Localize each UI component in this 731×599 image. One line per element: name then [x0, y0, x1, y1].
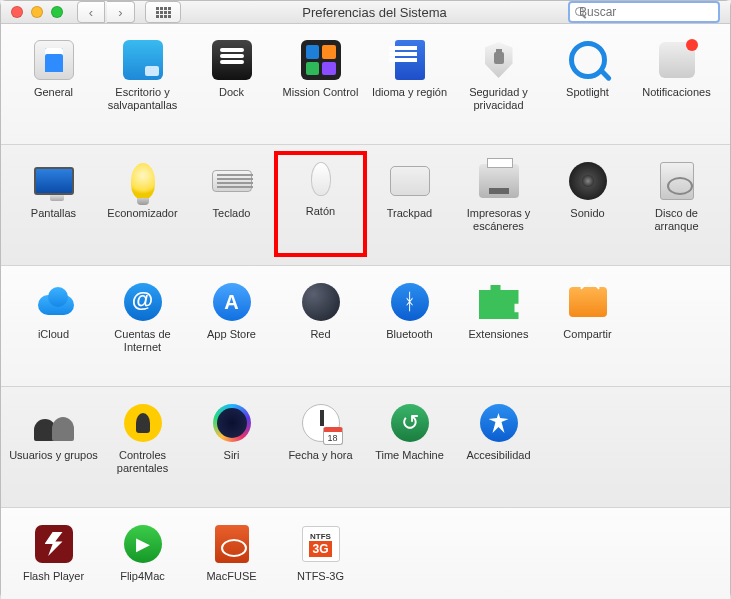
parentales-icon: [123, 403, 163, 443]
pref-label: Time Machine: [375, 449, 444, 462]
pref-general[interactable]: General: [9, 38, 98, 134]
pref-spotlight[interactable]: Spotlight: [543, 38, 632, 134]
pref-timemachine[interactable]: Time Machine: [365, 401, 454, 497]
show-all-button[interactable]: [145, 1, 181, 23]
pref-bluetooth[interactable]: ᚼBluetooth: [365, 280, 454, 376]
cuentas-icon: [123, 282, 163, 322]
pref-label: Bluetooth: [386, 328, 432, 341]
pref-label: Idioma y región: [372, 86, 447, 99]
pref-teclado[interactable]: Teclado: [187, 159, 276, 255]
trackpad-icon: [390, 161, 430, 201]
pref-label: Controles parentales: [98, 449, 187, 475]
pref-disco[interactable]: Disco de arranque: [632, 159, 721, 255]
pref-escritorio[interactable]: Escritorio y salvapantallas: [98, 38, 187, 134]
pref-label: Escritorio y salvapantallas: [98, 86, 187, 112]
pref-appstore[interactable]: App Store: [187, 280, 276, 376]
pref-label: Cuentas de Internet: [98, 328, 187, 354]
fecha-icon: 18: [301, 403, 341, 443]
window-title: Preferencias del Sistema: [187, 5, 562, 20]
pref-row-3: Usuarios y gruposControles parentalesSir…: [1, 387, 730, 508]
appstore-icon: [212, 282, 252, 322]
pref-label: Usuarios y grupos: [9, 449, 98, 462]
pref-accesibilidad[interactable]: Accesibilidad: [454, 401, 543, 497]
teclado-icon: [212, 161, 252, 201]
raton-icon: [301, 159, 341, 199]
pref-label: Seguridad y privacidad: [454, 86, 543, 112]
idioma-icon: [390, 40, 430, 80]
pref-compartir[interactable]: Compartir: [543, 280, 632, 376]
pref-icloud[interactable]: iCloud: [9, 280, 98, 376]
pref-label: Fecha y hora: [288, 449, 352, 462]
pref-label: Flash Player: [23, 570, 84, 583]
disco-icon: [657, 161, 697, 201]
pref-label: Economizador: [107, 207, 177, 220]
back-button[interactable]: ‹: [77, 1, 105, 23]
pref-flashplayer[interactable]: Flash Player: [9, 522, 98, 599]
pref-pantallas[interactable]: Pantallas: [9, 159, 98, 255]
pref-mission[interactable]: Mission Control: [276, 38, 365, 134]
window-controls: [11, 6, 63, 18]
pref-label: MacFUSE: [206, 570, 256, 583]
pref-label: Ratón: [306, 205, 335, 218]
pref-parentales[interactable]: Controles parentales: [98, 401, 187, 497]
pref-usuarios[interactable]: Usuarios y grupos: [9, 401, 98, 497]
pref-siri[interactable]: Siri: [187, 401, 276, 497]
red-icon: [301, 282, 341, 322]
general-icon: [34, 40, 74, 80]
pref-flip4mac[interactable]: Flip4Mac: [98, 522, 187, 599]
pref-row-2: iCloudCuentas de InternetApp StoreRedᚼBl…: [1, 266, 730, 387]
pref-red[interactable]: Red: [276, 280, 365, 376]
pref-label: Spotlight: [566, 86, 609, 99]
pref-cuentas[interactable]: Cuentas de Internet: [98, 280, 187, 376]
pref-economizador[interactable]: Economizador: [98, 159, 187, 255]
pref-label: iCloud: [38, 328, 69, 341]
economizador-icon: [123, 161, 163, 201]
pref-label: Flip4Mac: [120, 570, 165, 583]
mission-icon: [301, 40, 341, 80]
grid-icon: [156, 7, 171, 18]
pref-seguridad[interactable]: Seguridad y privacidad: [454, 38, 543, 134]
pref-label: Sonido: [570, 207, 604, 220]
compartir-icon: [568, 282, 608, 322]
search-input[interactable]: [579, 5, 729, 19]
macfuse-icon: [212, 524, 252, 564]
pref-dock[interactable]: Dock: [187, 38, 276, 134]
pref-label: Mission Control: [283, 86, 359, 99]
pref-label: Dock: [219, 86, 244, 99]
pref-row-0: GeneralEscritorio y salvapantallasDockMi…: [1, 24, 730, 145]
pref-raton[interactable]: Ratón: [276, 153, 365, 255]
seguridad-icon: [479, 40, 519, 80]
pref-row-4: Flash PlayerFlip4MacMacFUSENTFS3GNTFS-3G: [1, 508, 730, 599]
pref-label: Compartir: [563, 328, 611, 341]
pref-macfuse[interactable]: MacFUSE: [187, 522, 276, 599]
pref-label: Trackpad: [387, 207, 432, 220]
bluetooth-icon: ᚼ: [390, 282, 430, 322]
pref-idioma[interactable]: Idioma y región: [365, 38, 454, 134]
pref-impresoras[interactable]: Impresoras y escáneres: [454, 159, 543, 255]
close-icon[interactable]: [11, 6, 23, 18]
pref-fecha[interactable]: 18Fecha y hora: [276, 401, 365, 497]
pref-ntfs3g[interactable]: NTFS3GNTFS-3G: [276, 522, 365, 599]
forward-button[interactable]: ›: [107, 1, 135, 23]
pref-extensiones[interactable]: Extensiones: [454, 280, 543, 376]
extensiones-icon: [479, 282, 519, 322]
pref-trackpad[interactable]: Trackpad: [365, 159, 454, 255]
pref-label: Impresoras y escáneres: [454, 207, 543, 233]
ntfs3g-icon: NTFS3G: [301, 524, 341, 564]
pref-sonido[interactable]: Sonido: [543, 159, 632, 255]
nav-buttons: ‹ ›: [77, 1, 135, 23]
pref-label: Disco de arranque: [632, 207, 721, 233]
zoom-icon[interactable]: [51, 6, 63, 18]
minimize-icon[interactable]: [31, 6, 43, 18]
pref-notificaciones[interactable]: Notificaciones: [632, 38, 721, 134]
pref-label: Extensiones: [469, 328, 529, 341]
siri-icon: [212, 403, 252, 443]
titlebar: ‹ › Preferencias del Sistema: [1, 1, 730, 24]
flip4mac-icon: [123, 524, 163, 564]
sonido-icon: [568, 161, 608, 201]
notificaciones-icon: [657, 40, 697, 80]
search-field[interactable]: [568, 1, 720, 23]
accesibilidad-icon: [479, 403, 519, 443]
pref-label: Pantallas: [31, 207, 76, 220]
pantallas-icon: [34, 161, 74, 201]
